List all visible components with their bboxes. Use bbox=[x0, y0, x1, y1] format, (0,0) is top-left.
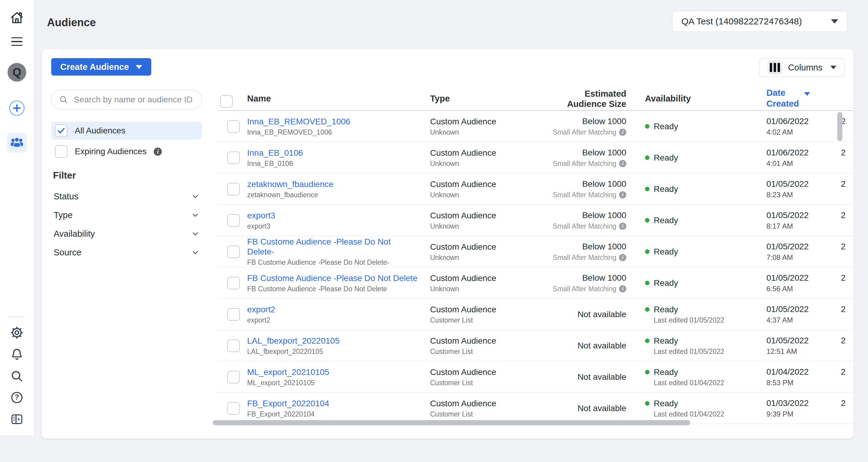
audience-subtitle: export2 bbox=[247, 316, 418, 324]
audience-type-detail: Unknown bbox=[430, 222, 540, 230]
date-created: 01/06/2022 bbox=[767, 116, 819, 126]
clipped-id: 2 bbox=[819, 304, 854, 314]
filter-item-type[interactable]: Type bbox=[51, 206, 202, 224]
audience-search[interactable] bbox=[51, 90, 202, 110]
time-created: 7:08 AM bbox=[767, 253, 819, 262]
column-header-estimated-size[interactable]: Estimated Audience Size bbox=[540, 87, 626, 111]
info-icon[interactable]: i bbox=[619, 160, 626, 167]
collapse-panel-icon[interactable] bbox=[10, 412, 24, 426]
audiences-people-icon[interactable] bbox=[7, 133, 27, 153]
availability-status: Ready bbox=[654, 336, 678, 346]
status-dot-green bbox=[645, 187, 650, 191]
audience-type-detail: Customer List bbox=[430, 378, 540, 387]
audience-subtitle: zetaknown_fbaudience bbox=[247, 191, 418, 199]
audience-name-link[interactable]: FB Custome Audience -Please Do Not Delet… bbox=[247, 237, 417, 257]
info-icon[interactable]: i bbox=[619, 191, 626, 198]
create-plus-icon[interactable] bbox=[8, 99, 26, 117]
status-dot-green bbox=[645, 370, 650, 374]
availability-status: Ready bbox=[654, 184, 678, 194]
sidebar-divider bbox=[9, 317, 24, 317]
row-checkbox[interactable] bbox=[227, 120, 240, 133]
audience-name-link[interactable]: ML_export_20210105 bbox=[247, 367, 417, 377]
availability-status: Ready bbox=[654, 215, 678, 225]
search-input[interactable] bbox=[73, 95, 194, 105]
estimated-size: Not available bbox=[578, 341, 626, 351]
audience-name-link[interactable]: LAL_fbexport_20220105 bbox=[247, 336, 417, 346]
row-checkbox[interactable] bbox=[227, 245, 240, 258]
audience-name-link[interactable]: export3 bbox=[247, 210, 417, 221]
row-checkbox[interactable] bbox=[227, 183, 240, 195]
info-icon[interactable]: i bbox=[619, 285, 626, 292]
audience-type-detail: Customer List bbox=[430, 410, 540, 418]
estimated-size: Below 1000 bbox=[582, 147, 626, 158]
home-icon[interactable] bbox=[9, 10, 25, 26]
time-created: 9:39 PM bbox=[767, 410, 819, 418]
time-created: 8:17 AM bbox=[767, 222, 819, 230]
column-header-availability[interactable]: Availability bbox=[626, 87, 747, 111]
svg-text:?: ? bbox=[15, 393, 19, 401]
vertical-scrollbar[interactable] bbox=[837, 112, 842, 141]
info-icon[interactable]: i bbox=[619, 254, 626, 261]
chevron-down-icon bbox=[191, 192, 199, 201]
chevron-down-icon bbox=[191, 230, 199, 238]
row-checkbox[interactable] bbox=[227, 277, 240, 290]
estimated-size: Below 1000 bbox=[582, 179, 626, 189]
audience-name-link[interactable]: export2 bbox=[247, 304, 417, 315]
row-checkbox[interactable] bbox=[227, 152, 240, 164]
menu-icon[interactable] bbox=[11, 37, 23, 46]
settings-gear-icon[interactable] bbox=[10, 326, 24, 340]
row-checkbox[interactable] bbox=[227, 308, 240, 321]
select-all-checkbox[interactable] bbox=[220, 95, 233, 108]
date-created: 01/05/2022 bbox=[767, 273, 819, 283]
status-dot-green bbox=[645, 124, 650, 129]
column-header-date-created[interactable]: Date Created bbox=[747, 87, 819, 111]
info-icon[interactable]: i bbox=[154, 147, 162, 156]
notifications-bell-icon[interactable] bbox=[10, 348, 24, 361]
row-checkbox[interactable] bbox=[227, 371, 240, 384]
row-checkbox[interactable] bbox=[227, 214, 240, 227]
table-body: Inna_EB_REMOVED_1006 Inna_EB_REMOVED_100… bbox=[218, 111, 854, 424]
row-checkbox[interactable] bbox=[227, 402, 240, 415]
table-row: FB_Export_20220104 FB_Export_20220104 Cu… bbox=[218, 393, 854, 424]
status-dot-green bbox=[645, 156, 650, 160]
info-icon[interactable]: i bbox=[619, 223, 626, 230]
audience-name-link[interactable]: FB_Export_20220104 bbox=[247, 398, 417, 408]
table-row: FB Custome Audience -Please Do Not Delet… bbox=[218, 267, 854, 299]
all-audiences-option[interactable]: All Audiences bbox=[51, 122, 202, 140]
column-header-name[interactable]: Name bbox=[247, 87, 430, 111]
q-logo[interactable]: Q bbox=[7, 63, 26, 81]
all-audiences-checkbox[interactable] bbox=[55, 124, 67, 137]
audience-name-link[interactable]: FB Custome Audience -Please Do Not Delet… bbox=[247, 273, 417, 283]
account-selector-label: QA Test (1409822272476348) bbox=[681, 16, 802, 27]
audience-type: Custom Audience bbox=[430, 210, 540, 221]
availability-note: Last edited 01/05/2022 bbox=[645, 316, 747, 324]
account-selector[interactable]: QA Test (1409822272476348) bbox=[672, 11, 847, 32]
availability-status: Ready bbox=[654, 367, 678, 377]
global-sidebar: Q bbox=[0, 0, 34, 435]
clipped-id: 2 bbox=[819, 367, 854, 377]
columns-button[interactable]: Columns bbox=[760, 58, 844, 77]
audience-name-link[interactable]: zetaknown_fbaudience bbox=[247, 179, 417, 189]
audiences-card: Create Audience Columns All Audiences Ex… bbox=[41, 49, 854, 438]
info-icon[interactable]: i bbox=[619, 129, 626, 136]
filter-item-status[interactable]: Status bbox=[51, 187, 202, 206]
filter-item-availability[interactable]: Availability bbox=[51, 224, 202, 243]
audience-name-link[interactable]: Inna_EB_REMOVED_1006 bbox=[247, 117, 417, 127]
filter-list: Status Type Availability Source bbox=[51, 187, 202, 262]
search-icon[interactable] bbox=[10, 369, 24, 383]
clipped-id: 2 bbox=[819, 210, 854, 220]
filter-item-source[interactable]: Source bbox=[51, 243, 202, 262]
column-header-type[interactable]: Type bbox=[430, 87, 540, 111]
audience-type-detail: Unknown bbox=[430, 128, 540, 136]
date-created: 01/05/2022 bbox=[767, 335, 819, 345]
date-created: 01/06/2022 bbox=[767, 147, 819, 158]
audience-type: Custom Audience bbox=[430, 117, 540, 127]
horizontal-scrollbar[interactable] bbox=[213, 420, 690, 425]
expiring-audiences-option[interactable]: Expiring Audiences i bbox=[51, 142, 202, 161]
create-audience-button[interactable]: Create Audience bbox=[51, 58, 151, 75]
estimated-size: Below 1000 bbox=[582, 241, 626, 252]
row-checkbox[interactable] bbox=[227, 339, 240, 352]
audience-name-link[interactable]: Inna_EB_0106 bbox=[247, 148, 417, 158]
expiring-audiences-checkbox[interactable] bbox=[55, 145, 67, 158]
help-icon[interactable]: ? bbox=[10, 391, 24, 404]
